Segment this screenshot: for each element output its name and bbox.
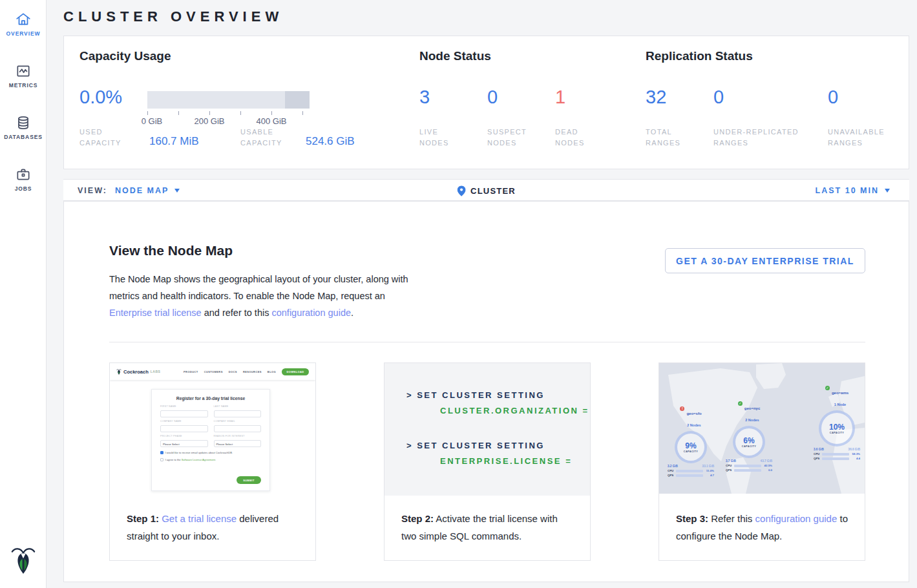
- under-replicated-ranges-label: UNDER-REPLICATED RANGES: [713, 127, 799, 149]
- step3-card: ! geo=sfo 2 Nodes 9% CAPACITY 3.2 GiB33.…: [659, 362, 865, 561]
- dead-nodes-label: DEAD NODES: [555, 127, 585, 149]
- configuration-guide-link[interactable]: configuration guide: [271, 308, 351, 318]
- steps-row: Cockroach LABS PRODUCT CUSTOMERS DOCS RE…: [109, 362, 865, 561]
- sidebar-item-label: JOBS: [0, 185, 47, 192]
- enterprise-trial-license-link[interactable]: Enterprise trial license: [109, 308, 202, 318]
- mini-checkbox: [160, 458, 163, 461]
- node-map-heading: View the Node Map: [109, 243, 233, 258]
- mini-trial-form: Register for a 30-day trial license FIRS…: [151, 389, 270, 491]
- mini-submit-button: SUBMIT: [237, 476, 261, 484]
- step1-card: Cockroach LABS PRODUCT CUSTOMERS DOCS RE…: [109, 362, 316, 561]
- capacity-gauge: [147, 91, 310, 109]
- used-capacity-value: 160.7 MiB: [149, 135, 199, 148]
- sql-prompt: > SET CLUSTER SETTING: [406, 441, 545, 450]
- locality-sfo: ! geo=sfo 2 Nodes 9% CAPACITY 3.2 GiB33.…: [663, 406, 719, 477]
- locality-nodes: 2 Nodes: [745, 418, 759, 422]
- sql-prompt: > SET CLUSTER SETTING: [406, 390, 545, 400]
- capacity-gauge-used-segment: [285, 91, 310, 109]
- sql-setting: ENTERPRISE.LICENSE =: [440, 456, 572, 466]
- used-capacity-label: USED CAPACITY: [79, 127, 121, 149]
- step2-caption: Step 2: Activate the trial license with …: [385, 494, 590, 560]
- page-title: CLUSTER OVERVIEW: [63, 8, 283, 25]
- mini-site-header: Cockroach LABS PRODUCT CUSTOMERS DOCS RE…: [110, 363, 315, 380]
- usable-capacity-value: 524.6 GiB: [306, 135, 355, 148]
- dead-nodes-value: 1: [555, 87, 565, 108]
- locality-ams: ✓ geo=ams 1 Node 10% CAPACITY 3.6 GiB36.…: [809, 385, 865, 460]
- main-content: CLUSTER OVERVIEW Capacity Usage 0.0% 0 G…: [47, 0, 917, 588]
- step3-node-map-preview: ! geo=sfo 2 Nodes 9% CAPACITY 3.2 GiB33.…: [659, 363, 865, 494]
- sql-setting: CLUSTER.ORGANIZATION =: [440, 406, 589, 415]
- mini-site-nav: PRODUCT CUSTOMERS DOCS RESOURCES BLOG DO…: [184, 368, 309, 375]
- databases-icon: [15, 114, 32, 131]
- sidebar-item-label: OVERVIEW: [0, 30, 47, 37]
- step2-code-block: > SET CLUSTER SETTING CLUSTER.ORGANIZATI…: [385, 363, 590, 496]
- mini-input: [214, 410, 262, 417]
- get-trial-license-link[interactable]: Get a trial license: [162, 513, 237, 524]
- mini-nav-item: CUSTOMERS: [204, 370, 223, 373]
- sidebar-item-overview[interactable]: OVERVIEW: [0, 11, 47, 37]
- capacity-donut: 10% CAPACITY: [819, 410, 855, 446]
- cluster-breadcrumb: CLUSTER: [457, 180, 516, 202]
- metrics-icon: [15, 63, 32, 79]
- gauge-tick-label: 200 GiB: [195, 116, 225, 126]
- locality-name: geo=nyc: [744, 406, 761, 410]
- home-icon: [15, 11, 32, 28]
- chevron-down-icon: [174, 189, 180, 193]
- mini-nav-item: DOCS: [229, 370, 237, 373]
- mini-nav-item: RESOURCES: [243, 370, 262, 373]
- sidebar-item-jobs[interactable]: JOBS: [0, 166, 47, 192]
- mini-checkbox-checked: [160, 451, 163, 454]
- step1-screenshot: Cockroach LABS PRODUCT CUSTOMERS DOCS RE…: [110, 363, 315, 496]
- node-status-title: Node Status: [419, 49, 491, 63]
- view-value: NODE MAP: [115, 186, 169, 195]
- cluster-label: CLUSTER: [470, 186, 516, 196]
- time-range-value: LAST 10 MIN: [816, 186, 879, 195]
- mini-nav-item: BLOG: [268, 370, 276, 373]
- under-replicated-ranges-value: 0: [713, 87, 724, 108]
- step2-card: > SET CLUSTER SETTING CLUSTER.ORGANIZATI…: [384, 362, 591, 561]
- time-range-dropdown[interactable]: LAST 10 MIN: [816, 180, 890, 202]
- locality-name: geo=ams: [832, 391, 848, 395]
- locality-nyc: ✓ geo=nyc 2 Nodes 6% CAPACITY 3.7 GiB43.…: [721, 401, 777, 472]
- view-bar: VIEW: NODE MAP CLUSTER LAST 10 MIN: [63, 179, 909, 201]
- jobs-icon: [15, 166, 32, 183]
- cockroach-labs-logo: Cockroach LABS: [116, 368, 160, 375]
- capacity-percent: 0.0%: [79, 87, 122, 108]
- status-ok-icon: ✓: [738, 401, 743, 406]
- mini-input: [160, 410, 208, 417]
- live-nodes-label: LIVE NODES: [419, 127, 449, 149]
- locality-nodes: 2 Nodes: [687, 423, 701, 427]
- total-ranges-value: 32: [646, 87, 666, 108]
- divider: [109, 342, 865, 342]
- mini-input: [214, 425, 262, 432]
- capacity-usage-title: Capacity Usage: [79, 49, 171, 63]
- sidebar-item-metrics[interactable]: METRICS: [0, 63, 47, 89]
- sidebar: OVERVIEW METRICS DATABASES JOBS: [0, 0, 47, 588]
- sidebar-item-databases[interactable]: DATABASES: [0, 114, 47, 140]
- mini-download-button: DOWNLOAD: [282, 368, 309, 375]
- total-ranges-label: TOTAL RANGES: [646, 127, 680, 149]
- status-warning-icon: !: [680, 406, 684, 411]
- suspect-nodes-label: SUSPECT NODES: [487, 127, 527, 149]
- locality-name: geo=sfo: [686, 412, 701, 415]
- mini-input: [160, 425, 208, 432]
- node-map-card: View the Node Map The Node Map shows the…: [63, 201, 909, 582]
- replication-status-title: Replication Status: [646, 49, 753, 63]
- unavailable-ranges-value: 0: [828, 87, 838, 108]
- capacity-donut: 9% CAPACITY: [675, 431, 707, 463]
- map-pin-icon: [457, 185, 465, 196]
- locality-nodes: 1 Node: [834, 403, 846, 406]
- chevron-down-icon: [885, 189, 890, 193]
- gauge-tick-label: 0 GiB: [142, 116, 163, 126]
- sidebar-item-label: DATABASES: [0, 134, 47, 140]
- cockroach-bug-icon: [116, 368, 121, 375]
- view-selector-dropdown[interactable]: VIEW: NODE MAP: [78, 180, 180, 202]
- mini-nav-item: PRODUCT: [184, 370, 198, 373]
- cockroachdb-logo: [0, 545, 47, 578]
- status-ok-icon: ✓: [825, 386, 830, 390]
- mini-select: Please Select: [160, 440, 208, 447]
- mini-select: Please Select: [214, 440, 262, 447]
- enterprise-trial-button[interactable]: GET A 30-DAY ENTERPRISE TRIAL: [665, 248, 865, 273]
- step1-caption: Step 1: Get a trial license delivered st…: [110, 494, 315, 560]
- configuration-guide-link[interactable]: configuration guide: [755, 513, 838, 524]
